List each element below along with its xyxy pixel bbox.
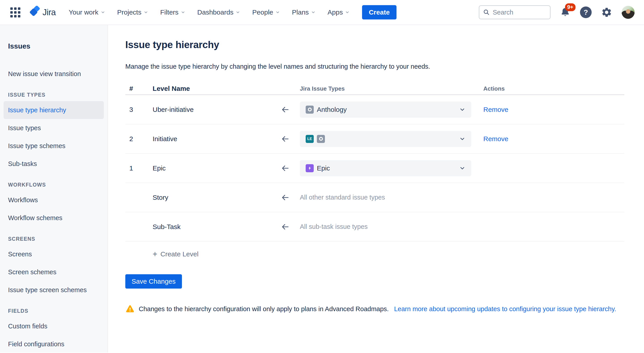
column-header-number: #: [125, 85, 150, 92]
dropdown-value: Anthology: [317, 106, 346, 114]
chevron-down-icon: [236, 10, 240, 14]
issue-types-dropdown[interactable]: LE: [300, 131, 471, 147]
page-title: Issue type hierarchy: [125, 39, 644, 50]
epic-bolt-icon: [306, 164, 314, 172]
settings-button[interactable]: [601, 7, 612, 18]
menu-filters[interactable]: Filters: [160, 8, 185, 16]
level-number: 3: [125, 106, 150, 114]
column-header-issue-types: Jira Issue Types: [300, 85, 476, 92]
table-row-epic: 1 Epic Epic: [125, 154, 624, 183]
menu-projects[interactable]: Projects: [117, 8, 148, 16]
issue-type-avatar-icon: [317, 135, 325, 143]
sidebar-section-issue-types: ISSUE TYPES: [4, 92, 104, 98]
sidebar-item-issue-type-screen-schemes[interactable]: Issue type screen schemes: [4, 281, 104, 299]
issue-types-static-text: All sub-task issue types: [300, 223, 476, 230]
level-name: Epic: [150, 164, 271, 172]
sidebar-title: Issues: [4, 42, 104, 50]
chevron-down-icon: [459, 106, 466, 113]
sidebar-item-field-configurations[interactable]: Field configurations: [4, 335, 104, 353]
sidebar-item-workflow-schemes[interactable]: Workflow schemes: [4, 209, 104, 227]
sidebar-item-screens[interactable]: Screens: [4, 245, 104, 263]
table-row-uber-initiative: 3 Uber-initiative Anthology Remove: [125, 95, 624, 124]
sidebar-section-workflows: WORKFLOWS: [4, 182, 104, 188]
remove-level-link[interactable]: Remove: [483, 106, 508, 114]
column-header-actions: Actions: [476, 85, 624, 92]
menu-your-work[interactable]: Your work: [69, 8, 105, 16]
help-button[interactable]: ?: [580, 6, 592, 18]
sidebar-item-issue-type-hierarchy[interactable]: Issue type hierarchy: [4, 101, 104, 119]
learn-more-link[interactable]: Learn more about upcoming updates to con…: [394, 305, 616, 313]
jira-logo[interactable]: Jira: [29, 6, 56, 19]
top-nav: Jira Your work Projects Filters Dashboar…: [0, 0, 644, 25]
chevron-down-icon: [144, 10, 148, 14]
sidebar-item-issue-type-schemes[interactable]: Issue type schemes: [4, 137, 104, 155]
search-input[interactable]: [493, 9, 544, 16]
level-name: Sub-Task: [150, 223, 271, 231]
sidebar-item-sub-tasks[interactable]: Sub-tasks: [4, 155, 104, 173]
menu-apps[interactable]: Apps: [328, 8, 350, 16]
settings-gear-icon: [601, 7, 612, 18]
level-number: 2: [125, 135, 150, 143]
hierarchy-table: # Level Name Jira Issue Types Actions 3 …: [125, 83, 624, 259]
help-icon: ?: [580, 6, 592, 18]
save-changes-button[interactable]: Save Changes: [125, 274, 182, 288]
issue-type-avatar-icon: [306, 106, 314, 114]
initiative-le-badge-icon: LE: [306, 135, 314, 143]
dropdown-value: Epic: [317, 164, 330, 172]
chevron-down-icon: [311, 10, 316, 14]
left-arrow-icon: [281, 193, 290, 202]
remove-level-link[interactable]: Remove: [483, 135, 508, 143]
settings-sidebar: Issues New issue view transition ISSUE T…: [0, 25, 108, 352]
sidebar-item-workflows[interactable]: Workflows: [4, 191, 104, 209]
table-row-sub-task: Sub-Task All sub-task issue types: [125, 212, 624, 242]
create-button[interactable]: Create: [362, 5, 396, 20]
warning-banner: Changes to the hierarchy configuration w…: [125, 304, 644, 314]
table-header-row: # Level Name Jira Issue Types Actions: [125, 83, 624, 94]
chevron-down-icon: [459, 165, 466, 171]
notification-count-badge: 9+: [565, 3, 576, 11]
jira-logo-icon: [29, 6, 41, 19]
issue-types-dropdown[interactable]: Anthology: [300, 102, 471, 118]
notifications-button[interactable]: 9+: [560, 7, 570, 18]
level-name: Uber-initiative: [150, 106, 271, 114]
sidebar-section-screens: SCREENS: [4, 236, 104, 242]
left-arrow-icon: [281, 222, 290, 231]
menu-people[interactable]: People: [252, 8, 280, 16]
jira-logo-text: Jira: [42, 8, 56, 17]
sidebar-item-new-issue-view-transition[interactable]: New issue view transition: [4, 65, 104, 83]
sidebar-section-fields: FIELDS: [4, 308, 104, 314]
chevron-down-icon: [181, 10, 185, 14]
menu-dashboards[interactable]: Dashboards: [197, 8, 240, 16]
left-arrow-icon: [281, 164, 290, 172]
search-icon: [483, 9, 490, 16]
main-content: Issue type hierarchy Manage the issue ty…: [108, 25, 644, 352]
warning-text: Changes to the hierarchy configuration w…: [139, 305, 389, 313]
plus-icon: +: [152, 249, 157, 259]
chevron-down-icon: [345, 10, 350, 14]
user-avatar[interactable]: [622, 6, 634, 19]
level-name: Initiative: [150, 135, 271, 143]
left-arrow-icon: [281, 135, 290, 143]
issue-types-dropdown[interactable]: Epic: [300, 160, 471, 176]
table-row-initiative: 2 Initiative LE Remove: [125, 124, 624, 154]
warning-icon: [125, 304, 135, 314]
sidebar-item-custom-fields[interactable]: Custom fields: [4, 317, 104, 335]
chevron-down-icon: [459, 136, 466, 142]
sidebar-item-screen-schemes[interactable]: Screen schemes: [4, 263, 104, 281]
table-row-story: Story All other standard issue types: [125, 183, 624, 212]
search-box[interactable]: [479, 5, 550, 19]
main-menubar: Your work Projects Filters Dashboards Pe…: [69, 8, 350, 16]
chevron-down-icon: [101, 10, 105, 14]
left-arrow-icon: [281, 105, 290, 114]
page-description: Manage the issue type hierarchy by chang…: [125, 63, 644, 70]
sidebar-item-issue-types[interactable]: Issue types: [4, 119, 104, 137]
level-number: 1: [125, 164, 150, 172]
create-level-button[interactable]: + Create Level: [152, 249, 198, 259]
chevron-down-icon: [276, 10, 280, 14]
issue-types-static-text: All other standard issue types: [300, 194, 476, 201]
level-name: Story: [150, 194, 271, 201]
menu-plans[interactable]: Plans: [292, 8, 316, 16]
app-switcher-icon[interactable]: [10, 6, 21, 18]
column-header-level-name: Level Name: [150, 85, 271, 92]
